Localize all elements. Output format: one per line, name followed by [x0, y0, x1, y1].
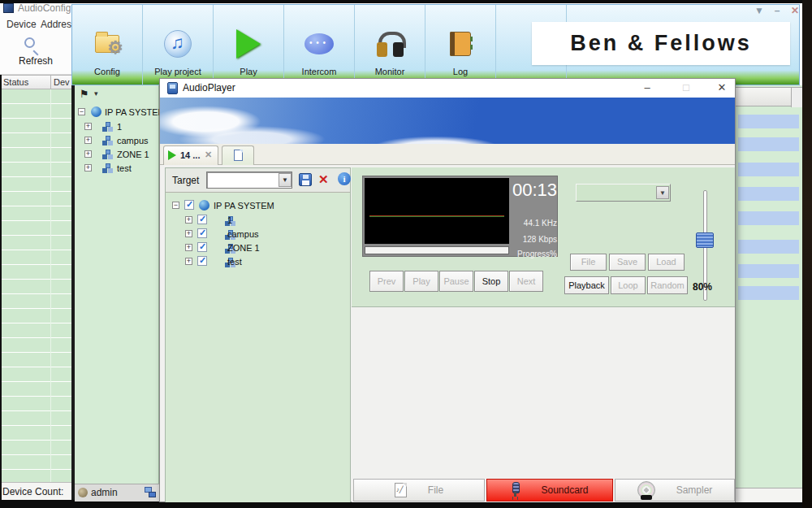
file-button[interactable]: File: [570, 254, 607, 271]
load-button[interactable]: Load: [648, 254, 685, 271]
expand-icon[interactable]: +: [84, 137, 92, 144]
next-button[interactable]: Next: [509, 271, 543, 292]
expand-icon[interactable]: +: [185, 216, 192, 224]
chevron-down-icon[interactable]: ▾: [94, 89, 98, 98]
column-device[interactable]: Dev: [54, 77, 70, 87]
chevron-down-icon[interactable]: ▼: [656, 186, 669, 199]
preset-dropdown[interactable]: ▼: [576, 184, 671, 202]
toolbar-button-play[interactable]: Play: [214, 5, 284, 85]
list-bar[interactable]: [738, 240, 799, 254]
expand-icon[interactable]: +: [84, 123, 92, 130]
checkbox-checked[interactable]: [197, 215, 207, 224]
tree-item[interactable]: + campus: [84, 134, 94, 148]
playback-button[interactable]: Playback: [564, 276, 609, 294]
tab-sampler-source[interactable]: Sampler: [615, 479, 735, 501]
app-icon: [3, 3, 14, 13]
right-panel-header-box[interactable]: [791, 88, 803, 107]
loop-button[interactable]: Loop: [611, 276, 646, 294]
flag-icon[interactable]: ⚑: [80, 88, 89, 100]
network-status-icon[interactable]: [145, 487, 155, 497]
info-icon[interactable]: i: [338, 172, 351, 185]
target-dropdown[interactable]: ▼: [206, 172, 292, 189]
username-label: admin: [91, 487, 118, 498]
random-button[interactable]: Random: [647, 276, 688, 294]
toolbar-button-log[interactable]: Log: [425, 5, 496, 85]
list-bar[interactable]: [738, 115, 799, 128]
refresh-button[interactable]: Refresh: [0, 34, 71, 75]
checkbox-checked[interactable]: [197, 228, 207, 238]
list-bar[interactable]: [738, 163, 799, 176]
menu-device[interactable]: Device: [6, 19, 37, 30]
play-button[interactable]: Play: [404, 271, 438, 292]
minimize-icon[interactable]: –: [771, 7, 783, 16]
expand-icon[interactable]: +: [84, 164, 92, 172]
close-icon[interactable]: ✕: [789, 7, 801, 16]
search-icon: [24, 37, 35, 48]
network-node-icon: [102, 122, 112, 131]
file-wave-icon: [395, 483, 407, 497]
collapse-icon[interactable]: −: [78, 108, 85, 115]
checkbox-checked[interactable]: [184, 200, 194, 210]
column-status[interactable]: Status: [3, 77, 28, 87]
playback-display: 00:13 44.1 KHz 128 Kbps Progress%: [362, 176, 558, 257]
volume-slider-thumb[interactable]: [696, 232, 714, 248]
tab-new-playlist[interactable]: [222, 145, 254, 165]
zone-tree-item[interactable]: + 1: [185, 214, 207, 228]
checkbox-checked[interactable]: [197, 256, 207, 266]
tab-file-source[interactable]: File: [353, 479, 485, 501]
status-bar: Device Count:: [0, 482, 71, 500]
maximize-icon[interactable]: □: [680, 81, 693, 94]
disc-notes-icon: ♫: [164, 30, 192, 58]
playlist-tabstrip: 14 ... ✕: [160, 144, 735, 165]
tab-playlist[interactable]: 14 ... ✕: [163, 145, 218, 165]
speech-bubble-icon: [304, 33, 334, 54]
save-icon[interactable]: [299, 173, 312, 186]
delete-icon[interactable]: ✕: [318, 172, 329, 187]
expand-icon[interactable]: +: [185, 258, 192, 265]
toolbar-button-intercom[interactable]: Intercom: [284, 5, 355, 85]
device-table-body[interactable]: [0, 89, 71, 482]
checkbox-checked[interactable]: [197, 242, 207, 252]
toolbar-button-config[interactable]: ⚙ Config: [72, 5, 143, 85]
toolbar-button-play-project[interactable]: ♫ Play project: [143, 5, 214, 85]
save-button[interactable]: Save: [609, 254, 646, 271]
stop-button[interactable]: Stop: [474, 271, 508, 292]
tree-item[interactable]: + 1: [84, 120, 94, 134]
player-app-icon: [167, 82, 178, 94]
list-bar[interactable]: [738, 286, 799, 300]
toolbar-button-monitor[interactable]: Monitor: [355, 5, 425, 85]
zone-tree-root[interactable]: − IP PA SYSTEM: [172, 199, 182, 213]
list-bar[interactable]: [738, 264, 799, 278]
zone-tree-item[interactable]: + campus: [185, 228, 207, 241]
zone-tree-item[interactable]: + test: [185, 255, 207, 269]
player-titlebar[interactable]: AudioPlayer – □ ✕: [160, 79, 735, 98]
tab-soundcard-source[interactable]: Soundcard: [486, 479, 613, 501]
chevron-down-icon[interactable]: ▼: [279, 173, 292, 187]
tree-item[interactable]: + ZONE 1: [84, 148, 94, 162]
expand-icon[interactable]: +: [185, 230, 192, 237]
user-bar: admin: [75, 484, 159, 501]
folder-gear-icon: ⚙: [95, 35, 119, 53]
target-row: Target ▼ ✕ i: [166, 168, 350, 193]
screen-edge-top: [0, 0, 812, 3]
headphones-icon: [376, 32, 404, 56]
zone-tree-item[interactable]: + ZONE 1: [185, 241, 207, 255]
tree-item[interactable]: + test: [84, 162, 94, 176]
cd-icon: [637, 481, 655, 499]
list-bar[interactable]: [738, 211, 799, 225]
expand-icon[interactable]: +: [185, 244, 192, 251]
new-page-icon: [234, 150, 243, 161]
close-icon[interactable]: ✕: [715, 81, 728, 94]
list-bar[interactable]: [738, 187, 799, 201]
collapse-icon[interactable]: −: [172, 202, 179, 209]
expand-icon[interactable]: +: [84, 150, 92, 158]
minimize-icon[interactable]: –: [641, 81, 654, 94]
list-bar[interactable]: [738, 137, 799, 151]
pause-button[interactable]: Pause: [439, 271, 473, 292]
tab-close-icon[interactable]: ✕: [205, 150, 212, 160]
prev-button[interactable]: Prev: [369, 271, 404, 292]
waveform-line: [369, 216, 504, 217]
collapse-toolbar-icon[interactable]: ▼: [754, 7, 765, 16]
sample-rate-label: 44.1 KHz: [485, 219, 557, 228]
waveform-view: [365, 178, 509, 244]
